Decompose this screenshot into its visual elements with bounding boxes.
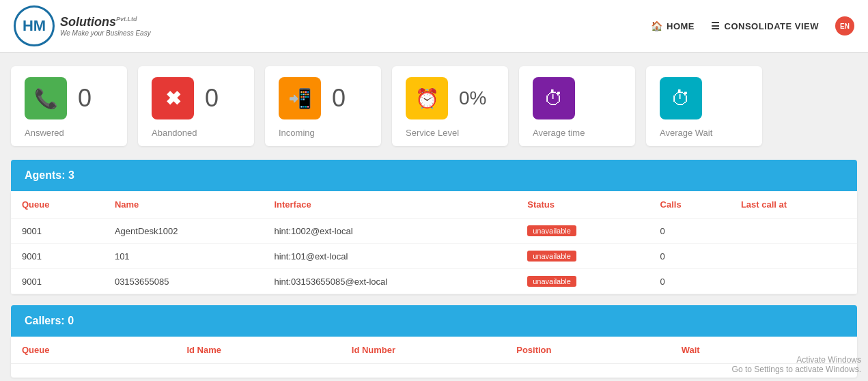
logo-icon: HM (14, 5, 55, 46)
service-level-value: 0% (459, 87, 486, 109)
stat-card-abandoned: ✖ 0 Abandoned (138, 66, 254, 146)
average-wait-icon: ⏱ (671, 87, 690, 110)
nav-links: 🏠 HOME ☰ CONSOLIDATE VIEW EN (651, 16, 854, 36)
cell-queue: 9001 (11, 269, 104, 294)
average-time-icon-box: ⏱ (533, 77, 575, 119)
col-calls: Calls (649, 191, 730, 218)
incoming-icon-box: 📲 (279, 77, 321, 119)
incoming-icon: 📲 (288, 87, 312, 110)
cell-interface: hint:101@ext-local (263, 244, 516, 269)
callers-section-container: Queue Id Name Id Number Position Wait (11, 337, 857, 378)
agents-table-wrapper: Queue Name Interface Status Calls Last c… (11, 191, 857, 294)
cell-name: AgentDesk1002 (104, 218, 264, 244)
col-queue: Queue (11, 191, 104, 218)
cell-status: unavailable (516, 244, 649, 269)
answered-label: Answered (25, 128, 64, 138)
abandoned-icon: ✖ (165, 87, 181, 110)
status-badge: unavailable (527, 276, 576, 287)
cell-last-call-at (730, 218, 857, 244)
stat-card-average-time: ⏱ Average time (519, 66, 635, 146)
average-wait-label: Average Wait (660, 128, 712, 138)
status-badge: unavailable (527, 225, 576, 236)
agents-section-container: Queue Name Interface Status Calls Last c… (11, 191, 857, 294)
cell-status: unavailable (516, 269, 649, 294)
cell-interface: hint:03153655085@ext-local (263, 269, 516, 294)
agents-table-header-row: Queue Name Interface Status Calls Last c… (11, 191, 857, 218)
average-time-icon: ⏱ (544, 87, 563, 110)
home-icon: 🏠 (651, 20, 663, 31)
language-button[interactable]: EN (835, 16, 854, 36)
header: HM SolutionsPvt.Ltd We Make your Busines… (0, 0, 868, 53)
table-row: 9001 03153655085 hint:03153655085@ext-lo… (11, 269, 857, 294)
abandoned-value: 0 (205, 84, 219, 113)
logo-tagline: We Make your Business Easy (60, 29, 151, 37)
abandoned-icon-box: ✖ (152, 77, 194, 119)
consolidate-icon: ☰ (711, 20, 720, 31)
stat-card-incoming: 📲 0 Incoming (265, 66, 381, 146)
stats-row: 📞 0 Answered ✖ 0 Abandoned 📲 0 Incoming … (0, 53, 868, 160)
consolidate-link[interactable]: ☰ CONSOLIDATE VIEW (711, 20, 819, 31)
cell-name: 03153655085 (104, 269, 264, 294)
cell-status: unavailable (516, 218, 649, 244)
cell-calls: 0 (649, 269, 730, 294)
col-interface: Interface (263, 191, 516, 218)
col-name: Name (104, 191, 264, 218)
activate-windows-notice: Activate Windows Go to Settings to activ… (732, 355, 861, 374)
cell-queue: 9001 (11, 218, 104, 244)
cell-last-call-at (730, 269, 857, 294)
logo-text: SolutionsPvt.Ltd We Make your Business E… (60, 15, 151, 37)
callers-col-id-number: Id Number (352, 345, 516, 355)
callers-col-queue: Queue (22, 345, 186, 355)
average-time-label: Average time (533, 128, 585, 138)
cell-calls: 0 (649, 218, 730, 244)
col-status: Status (516, 191, 649, 218)
callers-col-id-name: Id Name (186, 345, 351, 355)
stat-card-answered: 📞 0 Answered (11, 66, 127, 146)
callers-section-header: Callers: 0 (11, 305, 857, 337)
cell-last-call-at (730, 244, 857, 269)
col-last-call-at: Last call at (730, 191, 857, 218)
table-row: 9001 AgentDesk1002 hint:1002@ext-local u… (11, 218, 857, 244)
phone-icon: 📞 (34, 87, 58, 110)
service-level-label: Service Level (406, 128, 459, 138)
incoming-label: Incoming (279, 128, 315, 138)
incoming-value: 0 (332, 84, 346, 113)
service-level-icon-box: ⏰ (406, 77, 448, 119)
average-wait-icon-box: ⏱ (660, 77, 702, 119)
stat-card-average-wait: ⏱ Average Wait (646, 66, 762, 146)
logo-company: SolutionsPvt.Ltd (60, 15, 151, 29)
service-level-icon: ⏰ (415, 87, 439, 110)
callers-col-wait: Wait (682, 345, 846, 355)
home-link[interactable]: 🏠 HOME (651, 20, 695, 31)
agents-table: Queue Name Interface Status Calls Last c… (11, 191, 857, 294)
cell-name: 101 (104, 244, 264, 269)
callers-col-position: Position (516, 345, 681, 355)
answered-icon-box: 📞 (25, 77, 67, 119)
cell-queue: 9001 (11, 244, 104, 269)
cell-calls: 0 (649, 244, 730, 269)
agents-section-header: Agents: 3 (11, 160, 857, 191)
logo-area: HM SolutionsPvt.Ltd We Make your Busines… (14, 5, 151, 46)
stat-card-service-level: ⏰ 0% Service Level (392, 66, 508, 146)
status-badge: unavailable (527, 251, 576, 262)
abandoned-label: Abandoned (152, 128, 197, 138)
answered-value: 0 (78, 84, 92, 113)
callers-table-header: Queue Id Name Id Number Position Wait (11, 337, 857, 364)
table-row: 9001 101 hint:101@ext-local unavailable … (11, 244, 857, 269)
cell-interface: hint:1002@ext-local (263, 218, 516, 244)
